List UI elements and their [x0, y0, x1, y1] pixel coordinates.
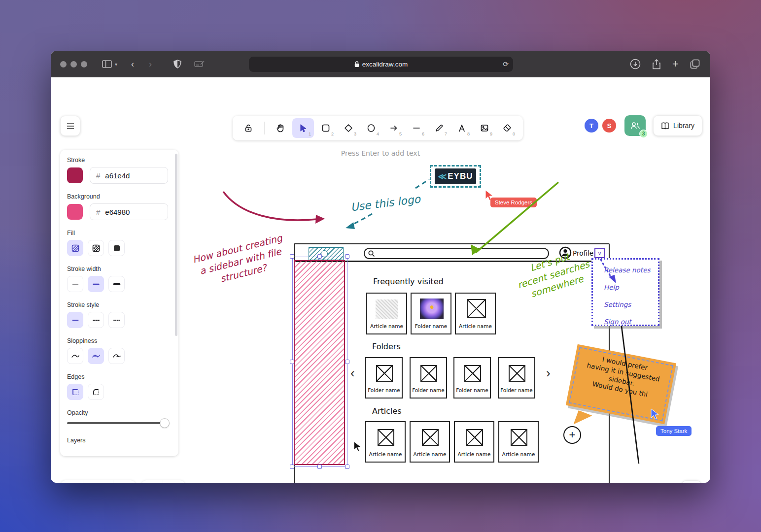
- stroke-hex-input[interactable]: #a61e4d: [90, 167, 168, 184]
- fill-label: Fill: [67, 230, 178, 236]
- background-hex-input[interactable]: #e64980: [90, 203, 168, 220]
- folder-card-4[interactable]: Folder name: [498, 357, 535, 399]
- wireframe-profile-menu[interactable]: Release notes Help Settings Sign out: [591, 258, 659, 326]
- carousel-next-icon[interactable]: ›: [546, 366, 551, 381]
- tool-eraser[interactable]: 0: [496, 118, 518, 138]
- freq-card-1[interactable]: Article name: [366, 293, 407, 334]
- freq-card-3[interactable]: Article name: [455, 293, 496, 334]
- sloppiness-artist-button[interactable]: [88, 348, 104, 364]
- folder-card-3[interactable]: Folder name: [453, 357, 491, 399]
- reload-icon[interactable]: ⟳: [503, 60, 509, 68]
- keybu-logo[interactable]: ≪EYBU: [435, 168, 476, 184]
- keybu-logo-selection-frame[interactable]: ≪EYBU: [430, 165, 481, 188]
- zoom-window-button[interactable]: [81, 61, 87, 67]
- traffic-lights[interactable]: [60, 61, 87, 67]
- tool-text[interactable]: 8: [451, 118, 473, 138]
- url-bar[interactable]: excalidraw.com ⟳: [249, 57, 513, 72]
- stroke-style-dotted-button[interactable]: [108, 312, 125, 328]
- close-window-button[interactable]: [60, 61, 67, 67]
- tony-cursor-label: Tony Stark: [656, 426, 692, 436]
- forward-button[interactable]: ›: [149, 59, 152, 69]
- menu-item-settings[interactable]: Settings: [604, 300, 658, 308]
- image-placeholder: [509, 365, 525, 382]
- use-this-logo-annotation[interactable]: Use this logo: [350, 193, 421, 213]
- redo-button[interactable]: ↷: [163, 480, 185, 483]
- menu-item-help[interactable]: Help: [604, 283, 658, 291]
- zoom-level[interactable]: 63%: [83, 480, 113, 483]
- opacity-slider-handle[interactable]: [160, 419, 169, 428]
- tab-overview-icon[interactable]: [690, 59, 700, 69]
- zoom-controls: − 63% +: [61, 480, 136, 483]
- chevron-down-icon[interactable]: ▾: [115, 62, 117, 67]
- sidebar-suggestion-annotation[interactable]: How about creating a sidebar with file s…: [183, 230, 298, 293]
- stroke-width-bold-button[interactable]: [88, 276, 104, 292]
- stroke-style-dashed-button[interactable]: [88, 312, 104, 328]
- library-button[interactable]: Library: [653, 115, 702, 136]
- opacity-slider[interactable]: [67, 422, 168, 424]
- background-label: Background: [67, 193, 178, 200]
- zoom-in-button[interactable]: +: [113, 480, 136, 483]
- shield-icon[interactable]: [173, 60, 181, 68]
- tool-hand[interactable]: [270, 118, 291, 138]
- collaborator-avatar-t[interactable]: T: [585, 119, 598, 133]
- panel-scrollbar[interactable]: [175, 154, 177, 336]
- zoom-out-button[interactable]: −: [61, 480, 83, 483]
- collaborator-avatar-s[interactable]: S: [602, 119, 616, 133]
- tool-draw[interactable]: 7: [428, 118, 450, 138]
- stroke-width-extrabold-button[interactable]: [108, 276, 125, 292]
- article-card-4[interactable]: Article name: [498, 421, 539, 463]
- background-color-swatch[interactable]: [67, 204, 83, 220]
- image-placeholder: [420, 365, 437, 382]
- menu-item-release-notes[interactable]: Release notes: [604, 266, 658, 274]
- selection-handle-n[interactable]: [317, 254, 322, 259]
- folder-card-2[interactable]: Folder name: [410, 357, 447, 399]
- tool-diamond[interactable]: 3: [338, 118, 359, 138]
- selection-handle-w[interactable]: [290, 360, 294, 364]
- selection-handle-ne[interactable]: [345, 254, 349, 259]
- tool-lock[interactable]: [238, 118, 259, 138]
- article-card-1[interactable]: Article name: [365, 421, 406, 463]
- fill-cross-hatch-button[interactable]: [88, 240, 104, 256]
- stroke-label: Stroke: [67, 157, 178, 164]
- tool-arrow[interactable]: 5: [383, 118, 405, 138]
- wireframe-add-button[interactable]: +: [563, 426, 581, 444]
- main-menu-button[interactable]: [60, 116, 80, 136]
- folder-card-1[interactable]: Folder name: [365, 357, 403, 399]
- excalidraw-app: Press Enter to add text ≪EYBU Use this l…: [51, 77, 710, 483]
- downloads-icon[interactable]: [630, 59, 641, 69]
- tool-ellipse[interactable]: 4: [360, 118, 382, 138]
- stroke-style-solid-button[interactable]: [67, 312, 83, 328]
- carousel-prev-icon[interactable]: ‹: [350, 366, 355, 381]
- opacity-label: Opacity: [67, 409, 178, 416]
- edges-round-button[interactable]: [88, 384, 104, 400]
- edges-sharp-button[interactable]: [67, 384, 83, 400]
- freq-card-2[interactable]: Folder name: [411, 293, 451, 334]
- back-button[interactable]: ‹: [131, 59, 134, 69]
- tool-rectangle[interactable]: 2: [315, 118, 337, 138]
- article-card-2[interactable]: Article name: [410, 421, 450, 463]
- selection-handle-se[interactable]: [345, 465, 349, 469]
- stroke-width-thin-button[interactable]: [67, 276, 83, 292]
- selection-handle-e[interactable]: [345, 360, 349, 364]
- fill-solid-button[interactable]: [108, 240, 125, 256]
- stroke-color-swatch[interactable]: [67, 167, 83, 183]
- wireframe-search-bar[interactable]: [364, 248, 549, 259]
- sloppiness-architect-button[interactable]: [67, 348, 83, 364]
- tool-line[interactable]: 6: [406, 118, 427, 138]
- menu-item-sign-out[interactable]: Sign out: [604, 318, 658, 326]
- minimize-window-button[interactable]: [70, 61, 77, 67]
- selection-handle-s[interactable]: [317, 465, 322, 469]
- selection-handle-sw[interactable]: [290, 465, 294, 469]
- help-button[interactable]: ?: [682, 480, 701, 483]
- undo-button[interactable]: ↶: [141, 480, 163, 483]
- new-tab-icon[interactable]: +: [672, 58, 679, 70]
- page-settings-icon[interactable]: [194, 60, 205, 68]
- share-icon[interactable]: [652, 59, 661, 69]
- fill-hachure-button[interactable]: [67, 240, 83, 256]
- sidebar-toggle-icon[interactable]: [102, 60, 112, 68]
- tool-selection[interactable]: 1: [292, 118, 314, 138]
- sloppiness-cartoonist-button[interactable]: [108, 348, 125, 364]
- tool-image[interactable]: 9: [474, 118, 495, 138]
- article-card-3[interactable]: Article name: [454, 421, 494, 463]
- live-collaboration-button[interactable]: 3: [624, 115, 646, 136]
